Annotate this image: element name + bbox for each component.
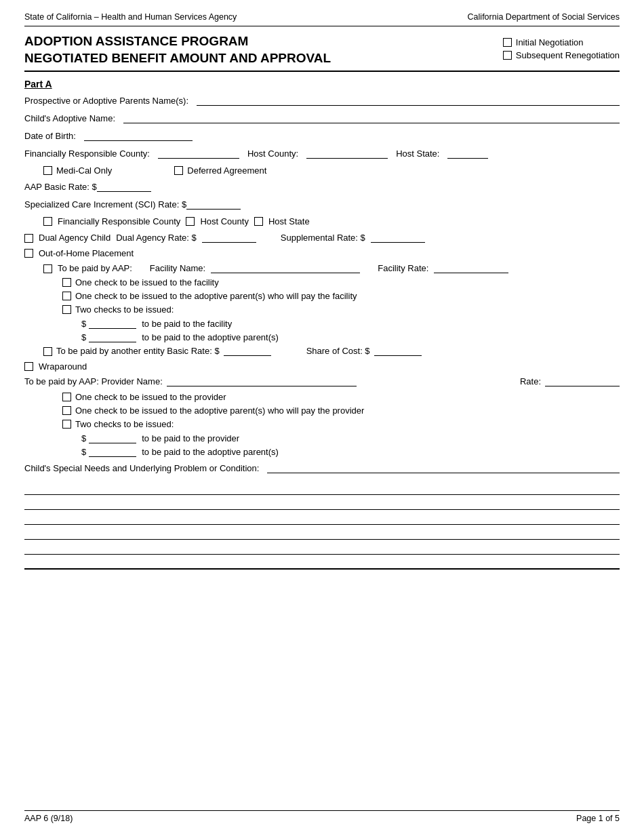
sci-host-state-label: Host State (268, 216, 310, 226)
subsequent-renegotiation-option[interactable]: Subsequent Renegotiation (503, 50, 620, 60)
two-checks-row: Two checks to be issued: (62, 304, 620, 315)
one-check-provider-label: One check to be issued to the provider (75, 392, 226, 402)
facility-name-field[interactable] (211, 262, 360, 273)
paid-aap-checkbox[interactable] (43, 264, 52, 273)
subsequent-renegotiation-checkbox[interactable] (503, 51, 512, 60)
one-check-parent-checkbox[interactable] (62, 292, 71, 300)
title-line1: Adoption Assistance Program (24, 33, 331, 50)
out-of-home-label: Out-of-Home Placement (39, 248, 134, 258)
parent-provider-dollar-row: $ to be paid to the adoptive parent(s) (81, 446, 620, 457)
special-needs-field[interactable] (267, 462, 620, 473)
sci-host-county-checkbox[interactable] (186, 217, 195, 226)
child-name-row: Child's Adoptive Name: (24, 113, 620, 123)
supplemental-rate-label: Supplemental Rate: $ (281, 233, 365, 243)
provider-dollar-row: $ to be paid to the provider (81, 433, 620, 443)
aap-rate-field[interactable] (97, 181, 151, 192)
host-county-field[interactable] (306, 148, 388, 159)
ruled-line-6 (24, 555, 620, 570)
sci-rate-row: Specialized Care Increment (SCI) Rate: $ (24, 199, 620, 210)
one-check-facility-label: One check to be issued to the facility (75, 277, 219, 287)
dual-agency-checkbox[interactable] (24, 234, 33, 243)
special-needs-row: Child's Special Needs and Underlying Pro… (24, 462, 620, 473)
parent-dollar-field[interactable] (89, 332, 136, 342)
wraparound-checkbox[interactable] (24, 362, 33, 371)
header: State of California – Health and Human S… (24, 12, 620, 26)
share-cost-field[interactable] (374, 345, 422, 356)
parent-provider-dollar-field[interactable] (89, 446, 136, 457)
wraparound-row: Wraparound (24, 361, 620, 372)
dob-field[interactable] (84, 130, 193, 141)
child-name-label: Child's Adoptive Name: (24, 113, 115, 123)
parent-dollar-row: $ to be paid to the adoptive parent(s) (81, 332, 620, 342)
sci-section: Specialized Care Increment (SCI) Rate: $… (24, 199, 620, 226)
parents-name-label: Prospective or Adoptive Parents Name(s): (24, 96, 188, 106)
deferred-label: Deferred Agreement (187, 165, 266, 176)
header-right: California Department of Social Services (468, 12, 620, 22)
medi-cal-checkbox[interactable] (43, 166, 52, 175)
one-check-parent-provider-label: One check to be issued to the adoptive p… (75, 405, 364, 416)
sci-host-state-checkbox[interactable] (254, 217, 263, 226)
out-of-home-row: Out-of-Home Placement (24, 248, 620, 258)
two-checks-checkbox[interactable] (62, 305, 71, 314)
title-line2: Negotiated Benefit Amount and Approval (24, 50, 331, 67)
provider-name-field[interactable] (167, 376, 357, 386)
one-check-facility-row: One check to be issued to the facility (62, 277, 620, 287)
dual-rate-label: Dual Agency Rate: $ (116, 233, 197, 243)
medi-cal-option[interactable]: Medi-Cal Only (43, 165, 112, 176)
title-left: Adoption Assistance Program Negotiated B… (24, 33, 331, 66)
another-entity-row: To be paid by another entity Basic Rate:… (24, 345, 620, 356)
deferred-option[interactable]: Deferred Agreement (174, 165, 266, 176)
two-checks-label: Two checks to be issued: (75, 304, 174, 315)
parents-name-field[interactable] (197, 95, 620, 106)
parents-name-row: Prospective or Adoptive Parents Name(s): (24, 95, 620, 106)
deferred-checkbox[interactable] (174, 166, 183, 175)
fin-county-label: Financially Responsible County: (24, 148, 150, 159)
rate-field[interactable] (545, 376, 620, 386)
footer-right: Page 1 of 5 (576, 814, 620, 823)
ruled-lines (24, 480, 620, 570)
title-section: Adoption Assistance Program Negotiated B… (24, 33, 620, 72)
one-check-facility-checkbox[interactable] (62, 278, 71, 287)
one-check-parent-row: One check to be issued to the adoptive p… (62, 291, 620, 301)
one-check-parent-label: One check to be issued to the adoptive p… (75, 291, 357, 301)
host-state-label: Host State: (396, 148, 439, 159)
medi-cal-label: Medi-Cal Only (56, 165, 112, 176)
to-parent-facility-label: to be paid to the adoptive parent(s) (142, 332, 279, 342)
dual-agency-label: Dual Agency Child (39, 233, 110, 243)
another-entity-label: To be paid by another entity Basic Rate:… (56, 346, 220, 356)
paid-aap-row: To be paid by AAP: Facility Name: Facili… (24, 262, 620, 273)
provider-dollar-field[interactable] (89, 433, 136, 443)
two-checks-wraparound-label: Two checks to be issued: (75, 419, 174, 429)
one-check-provider-row: One check to be issued to the provider (62, 392, 620, 402)
part-a-heading: Part A (24, 79, 620, 90)
one-check-parent-provider-row: One check to be issued to the adoptive p… (62, 405, 620, 416)
two-checks-wraparound-detail: $ to be paid to the provider $ to be pai… (62, 433, 620, 457)
supplemental-rate-field[interactable] (371, 232, 425, 243)
fin-county-field[interactable] (158, 148, 239, 159)
sci-fin-county-checkbox[interactable] (43, 217, 52, 226)
facility-rate-field[interactable] (434, 262, 508, 273)
one-check-provider-checkbox[interactable] (62, 393, 71, 401)
header-left: State of California – Health and Human S… (24, 12, 237, 22)
child-name-field[interactable] (123, 113, 620, 123)
sci-rate-field[interactable] (186, 199, 241, 210)
out-of-home-checkbox[interactable] (24, 249, 33, 258)
sci-checkboxes: Financially Responsible County Host Coun… (24, 216, 620, 226)
dual-rate-field[interactable] (202, 232, 256, 243)
dob-label: Date of Birth: (24, 131, 76, 141)
two-checks-detail: $ to be paid to the facility $ to be pai… (62, 318, 620, 342)
facility-dollar-row: $ to be paid to the facility (81, 318, 620, 329)
another-entity-checkbox[interactable] (43, 347, 52, 356)
basic-rate-field[interactable] (224, 345, 271, 356)
sci-host-county-label: Host County (200, 216, 249, 226)
facility-dollar-field[interactable] (89, 318, 136, 329)
one-check-parent-provider-checkbox[interactable] (62, 406, 71, 415)
paid-aap-label: To be paid by AAP: (58, 263, 132, 273)
to-facility-label: to be paid to the facility (142, 319, 232, 329)
initial-negotiation-option[interactable]: Initial Negotiation (503, 37, 620, 47)
provider-name-label: To be paid by AAP: Provider Name: (24, 376, 163, 386)
host-state-field[interactable] (447, 148, 488, 159)
two-checks-wraparound-checkbox[interactable] (62, 420, 71, 429)
initial-negotiation-checkbox[interactable] (503, 38, 512, 47)
wraparound-label: Wraparound (39, 361, 87, 372)
